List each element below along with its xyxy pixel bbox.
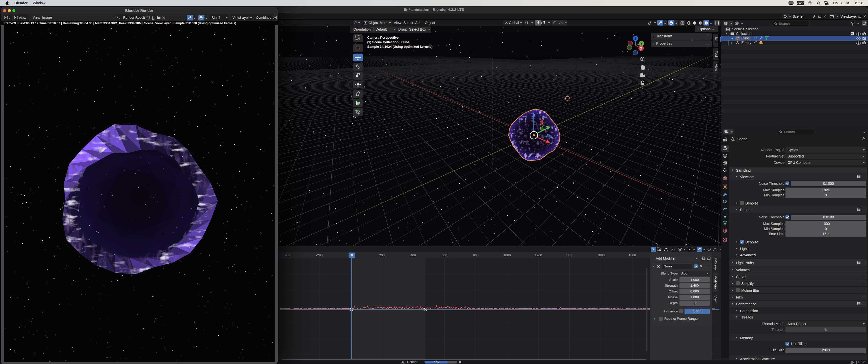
svg-text:Y: Y bbox=[640, 42, 642, 46]
svg-text:X: X bbox=[640, 47, 642, 50]
svg-text:Z: Z bbox=[634, 37, 636, 40]
